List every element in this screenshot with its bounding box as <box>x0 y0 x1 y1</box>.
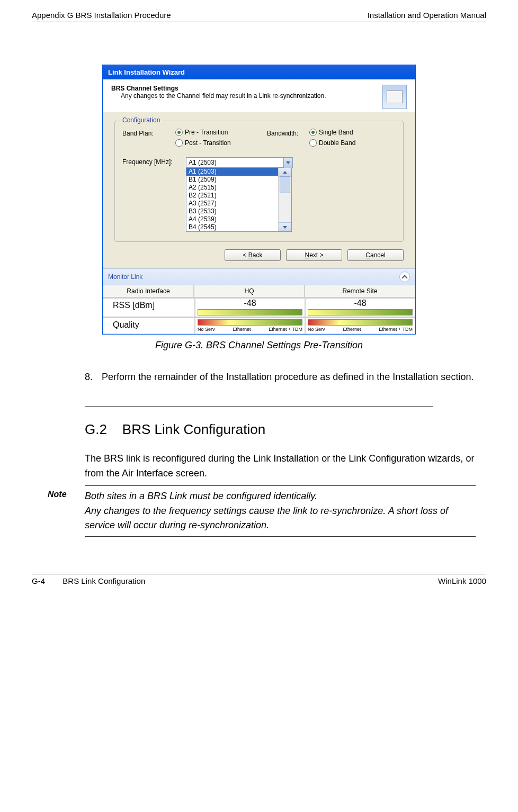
step-8: 8. Perform the remainder of the Installa… <box>85 370 476 385</box>
bandwidth-double-radio[interactable]: Double Band <box>309 139 396 147</box>
scroll-thumb[interactable] <box>280 176 290 193</box>
list-item[interactable]: B3 (2533) <box>186 207 283 215</box>
monitor-link-header[interactable]: Monitor Link <box>103 268 415 285</box>
step-number: 8. <box>85 370 95 385</box>
footer-section: BRS Link Configuration <box>62 576 145 585</box>
section-title: BRS Link Configuration <box>122 421 265 437</box>
note-rule-bottom <box>85 536 476 537</box>
list-item[interactable]: A2 (2515) <box>186 184 283 192</box>
quality-hq-scale: No ServEthernetEthernet + TDM <box>195 327 305 333</box>
bandplan-pre-radio[interactable]: Pre - Transition <box>175 129 262 136</box>
scrollbar[interactable] <box>278 168 291 231</box>
rss-remote-value: -48 <box>306 299 415 308</box>
figure-caption: Figure G-3. BRS Channel Settings Pre-Tra… <box>32 340 486 351</box>
cancel-button[interactable]: Cancel <box>347 249 404 261</box>
radio-icon <box>175 129 183 136</box>
header-left: Appendix G BRS Installation Procedure <box>32 11 171 20</box>
note-line-1: Both sites in a BRS Link must be configu… <box>85 489 476 504</box>
quality-hq-bar <box>198 319 302 326</box>
monitor-link-title: Monitor Link <box>108 273 142 281</box>
frequency-listbox[interactable]: A1 (2503) B1 (2509) A2 (2515) B2 (2521) … <box>186 168 292 232</box>
radio-icon <box>175 139 183 147</box>
frequency-label: Frequency [MHz]: <box>122 157 181 166</box>
monitor-table: Radio Interface HQ Remote Site <box>103 285 415 297</box>
list-item[interactable]: B1 (2509) <box>186 176 283 184</box>
section-divider <box>85 406 433 407</box>
frequency-selected: A1 (2503) <box>186 158 292 167</box>
collapse-icon[interactable] <box>399 272 410 282</box>
list-item[interactable]: B4 (2545) <box>186 223 283 231</box>
list-item[interactable]: A4 (2539) <box>186 215 283 223</box>
rss-row: RSS [dBm] -48 -48 <box>103 297 415 317</box>
col-remote: Remote Site <box>305 285 415 297</box>
page-footer: G-4 BRS Link Configuration WinLink 1000 <box>32 574 486 585</box>
section-paragraph: The BRS link is reconfigured during the … <box>85 452 476 481</box>
header-right: Installation and Operation Manual <box>368 11 486 20</box>
back-button[interactable]: < Back <box>225 249 281 261</box>
col-hq: HQ <box>194 285 304 297</box>
bandwidth-label: Bandwidth: <box>267 129 304 137</box>
scroll-up-icon[interactable] <box>279 168 291 177</box>
rss-hq-value: -48 <box>195 299 305 308</box>
quality-label: Quality <box>103 318 194 332</box>
bandwidth-single-radio[interactable]: Single Band <box>309 129 396 136</box>
footer-product: WinLink 1000 <box>438 576 486 585</box>
bandplan-label: Band Plan: <box>122 129 170 137</box>
wizard-icon <box>382 85 407 109</box>
next-button[interactable]: Next > <box>286 249 342 261</box>
wizard-header: BRS Channel Settings Any changes to the … <box>103 79 415 112</box>
rss-hq-bar <box>198 309 302 315</box>
quality-row: Quality No ServEthernetEthernet + TDM No… <box>103 317 415 334</box>
note-rule-top <box>85 485 476 486</box>
step-text: Perform the remainder of the Installatio… <box>102 370 474 385</box>
footer-pagenum: G-4 <box>32 576 45 585</box>
section-heading: G.2 BRS Link Configuration <box>85 421 486 438</box>
quality-remote-scale: No ServEthernetEthernet + TDM <box>306 327 415 333</box>
quality-remote-bar <box>308 319 413 326</box>
configuration-fieldset: Configuration Band Plan: Pre - Transitio… <box>114 121 404 242</box>
note-line-2: Any changes to the frequency settings ca… <box>85 504 476 534</box>
list-item[interactable]: A1 (2503) <box>186 168 283 176</box>
wizard-body: Configuration Band Plan: Pre - Transitio… <box>103 112 415 268</box>
rss-remote-bar <box>308 309 413 315</box>
list-item[interactable]: B2 (2521) <box>186 192 283 200</box>
list-item[interactable]: A3 (2527) <box>186 200 283 207</box>
wizard-heading: BRS Channel Settings <box>111 85 178 92</box>
page-header: Appendix G BRS Installation Procedure In… <box>32 11 486 22</box>
wizard-window: Link Installation Wizard BRS Channel Set… <box>102 65 416 335</box>
rss-label: RSS [dBm] <box>103 298 194 312</box>
radio-icon <box>309 129 317 136</box>
configuration-legend: Configuration <box>120 116 162 124</box>
wizard-subtext: Any changes to the Channel field may res… <box>111 92 326 100</box>
col-radio-interface: Radio Interface <box>103 285 193 297</box>
frequency-combobox[interactable]: A1 (2503) <box>186 157 293 168</box>
bandplan-post-radio[interactable]: Post - Transition <box>175 139 262 147</box>
scroll-down-icon[interactable] <box>279 222 291 231</box>
radio-icon <box>309 139 317 147</box>
section-number: G.2 <box>85 421 107 437</box>
note-label: Note <box>48 490 67 499</box>
wizard-buttons: < Back Next > Cancel <box>114 249 404 261</box>
window-titlebar: Link Installation Wizard <box>103 65 415 79</box>
chevron-down-icon[interactable] <box>283 158 292 168</box>
